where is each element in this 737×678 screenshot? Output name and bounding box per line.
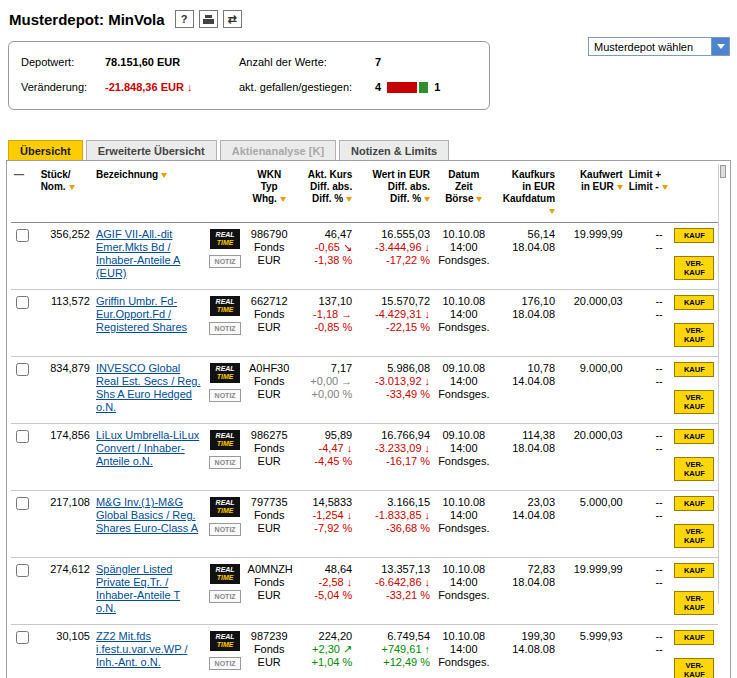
- currency-code: EUR: [248, 321, 291, 334]
- fallen-bar: [387, 82, 417, 93]
- musterdepot-page: Musterdepot: MinVola ? ⇄ Musterdepot wäh…: [0, 0, 737, 678]
- realtime-badge[interactable]: REAL TIME: [210, 363, 240, 383]
- depot-table-panel: — Stück/ Nom. Bezeichnung WKN Typ Whg. A…: [6, 160, 731, 678]
- wkn-number: 797735: [248, 496, 291, 509]
- realtime-badge[interactable]: REAL TIME: [210, 564, 240, 584]
- sort-icon[interactable]: [280, 197, 286, 202]
- limit-plus-value: --: [629, 295, 663, 308]
- header-limit-minus: Limit -: [629, 181, 659, 192]
- notiz-badge[interactable]: NOTIZ: [209, 590, 241, 603]
- realtime-badge[interactable]: REAL TIME: [210, 229, 240, 249]
- verkauf-button[interactable]: VER-KAUF: [674, 658, 714, 678]
- notiz-badge[interactable]: NOTIZ: [209, 523, 241, 536]
- header-wkn: WKN: [248, 169, 291, 181]
- kauf-button[interactable]: KAUF: [674, 496, 714, 511]
- value-diff-abs: -3.233,09 ↓: [358, 442, 430, 455]
- quote-time: 14:00: [436, 308, 491, 321]
- exchange: Fondsges.: [436, 388, 491, 401]
- select-all-dash[interactable]: —: [14, 169, 24, 180]
- fund-name-link[interactable]: Griffin Umbr. Fd-Eur.Opport.Fd / Registe…: [96, 295, 187, 333]
- purchase-value: 5.000,00: [561, 496, 623, 509]
- sort-icon[interactable]: [161, 173, 167, 178]
- header-datum: Datum: [436, 169, 491, 181]
- sort-icon[interactable]: [476, 197, 482, 202]
- notiz-badge[interactable]: NOTIZ: [209, 456, 241, 469]
- tab-aktienanalyse: Aktienanalyse [K]: [220, 140, 336, 160]
- kauf-button[interactable]: KAUF: [674, 228, 714, 243]
- scrollbar-thumb[interactable]: [720, 165, 726, 178]
- row-select-checkbox[interactable]: [16, 296, 29, 309]
- notiz-badge[interactable]: NOTIZ: [209, 657, 241, 670]
- header-kaufwert: Kaufwert: [561, 169, 623, 181]
- realtime-badge[interactable]: REAL TIME: [210, 296, 240, 316]
- header-wert-diff-abs: Diff. abs.: [358, 181, 430, 193]
- scrollbar[interactable]: [718, 164, 727, 604]
- notiz-badge[interactable]: NOTIZ: [209, 322, 241, 335]
- notiz-badge[interactable]: NOTIZ: [209, 389, 241, 402]
- price-diff-pct: -7,92 %: [297, 522, 352, 535]
- verkauf-button[interactable]: VER-KAUF: [674, 390, 714, 414]
- quote-date: 10.10.08: [436, 295, 491, 308]
- row-select-checkbox[interactable]: [16, 631, 29, 644]
- fund-name-link[interactable]: M&G Inv.(1)-M&G Global Basics / Reg. Sha…: [96, 496, 198, 534]
- sort-icon[interactable]: [662, 185, 668, 190]
- tab-erweiterte-uebersicht[interactable]: Erweiterte Übersicht: [86, 140, 217, 160]
- verkauf-button[interactable]: VER-KAUF: [674, 524, 714, 548]
- tab-uebersicht[interactable]: Übersicht: [8, 140, 83, 160]
- row-select-checkbox[interactable]: [16, 430, 29, 443]
- price-diff-pct: +0,00 %: [297, 388, 352, 401]
- realtime-badge[interactable]: REAL TIME: [210, 631, 240, 651]
- value-diff-abs: -4.429,31 ↓: [358, 308, 430, 321]
- value-diff-pct: +12,49 %: [358, 656, 430, 669]
- header-kaufdatum: Kaufdatum: [503, 193, 555, 204]
- switch-depot-icon[interactable]: ⇄: [223, 10, 242, 28]
- kauf-button[interactable]: KAUF: [674, 362, 714, 377]
- sort-icon[interactable]: [69, 185, 75, 190]
- currency-code: EUR: [248, 455, 291, 468]
- realtime-badge[interactable]: REAL TIME: [210, 430, 240, 450]
- price-diff-abs: +2,30 ↗: [297, 643, 352, 656]
- fallen-risen-indicator: 4 1: [375, 81, 440, 93]
- sort-icon[interactable]: [424, 197, 430, 202]
- verkauf-button[interactable]: VER-KAUF: [674, 256, 714, 280]
- verkauf-button[interactable]: VER-KAUF: [674, 323, 714, 347]
- tab-notizen-limits[interactable]: Notizen & Limits: [339, 140, 449, 160]
- table-row: 356,252 AGIF VII-All.-dit Emer.Mkts Bd /…: [11, 223, 718, 290]
- sort-icon[interactable]: [617, 185, 623, 190]
- table-row: 113,572 Griffin Umbr. Fd-Eur.Opport.Fd /…: [11, 290, 718, 357]
- fund-name-link[interactable]: LiLux Umbrella-LiLux Convert / Inhaber-A…: [96, 429, 199, 467]
- wkn-number: 987239: [248, 630, 291, 643]
- print-icon[interactable]: [199, 10, 218, 28]
- fund-name-link[interactable]: Spängler Listed Private Eq.Tr. / Inhaber…: [96, 563, 180, 614]
- notiz-badge[interactable]: NOTIZ: [209, 255, 241, 268]
- fund-name-link[interactable]: AGIF VII-All.-dit Emer.Mkts Bd / Inhaber…: [96, 228, 180, 279]
- position-value: 3.166,15: [358, 496, 430, 509]
- verkauf-button[interactable]: VER-KAUF: [674, 591, 714, 615]
- kauf-button[interactable]: KAUF: [674, 295, 714, 310]
- row-select-checkbox[interactable]: [16, 497, 29, 510]
- sort-icon[interactable]: [549, 209, 555, 214]
- table-header-row: — Stück/ Nom. Bezeichnung WKN Typ Whg. A…: [11, 165, 718, 223]
- fund-name-link[interactable]: ZZ2 Mit.fds i.fest.u.var.ve.WP / Inh.-An…: [96, 630, 188, 668]
- header-bezeichnung: Bezeichnung: [96, 169, 158, 180]
- security-type: Fonds: [248, 643, 291, 656]
- realtime-badge[interactable]: REAL TIME: [210, 497, 240, 517]
- header-wert-diff-pct: Diff. %: [390, 193, 421, 204]
- chevron-down-icon[interactable]: [711, 38, 729, 55]
- purchase-date: 14.08.08: [498, 643, 556, 656]
- depot-select-dropdown[interactable]: Musterdepot wählen: [588, 37, 730, 56]
- row-select-checkbox[interactable]: [16, 229, 29, 242]
- kauf-button[interactable]: KAUF: [674, 630, 714, 645]
- current-price: 7,17: [297, 362, 352, 375]
- header-kurs-diff-abs: Diff. abs.: [297, 181, 352, 193]
- row-select-checkbox[interactable]: [16, 564, 29, 577]
- fund-name-link[interactable]: INVESCO Global Real Est. Secs / Reg. Shs…: [96, 362, 201, 413]
- help-icon[interactable]: ?: [175, 10, 194, 28]
- kauf-button[interactable]: KAUF: [674, 563, 714, 578]
- row-select-checkbox[interactable]: [16, 363, 29, 376]
- sort-icon[interactable]: [346, 197, 352, 202]
- current-price: 224,20: [297, 630, 352, 643]
- position-value: 16.766,94: [358, 429, 430, 442]
- verkauf-button[interactable]: VER-KAUF: [674, 457, 714, 481]
- kauf-button[interactable]: KAUF: [674, 429, 714, 444]
